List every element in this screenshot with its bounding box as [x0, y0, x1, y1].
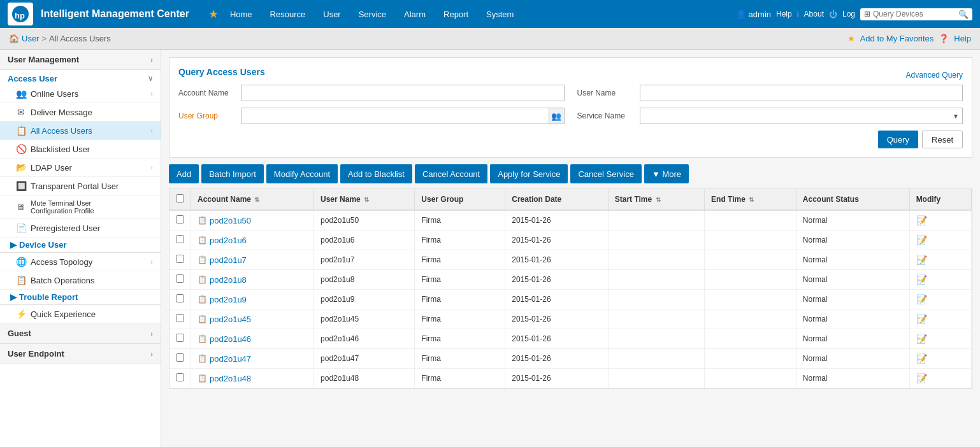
user-name-sort-icon[interactable]: ⇅: [364, 196, 369, 203]
add-button[interactable]: Add: [169, 164, 199, 183]
nav-home[interactable]: Home: [222, 4, 260, 24]
app-title: Intelligent Management Center: [41, 8, 189, 20]
sidebar-item-blacklisted-user[interactable]: 🚫 Blacklisted User: [0, 140, 161, 159]
modify-icon[interactable]: 📝: [916, 353, 927, 364]
modify-icon[interactable]: 📝: [916, 334, 927, 344]
sidebar-item-ldap-user[interactable]: 📂 LDAP User ›: [0, 159, 161, 177]
row-checkbox[interactable]: [176, 353, 184, 362]
user-name-input[interactable]: [640, 85, 963, 101]
nav-system[interactable]: System: [479, 4, 521, 24]
breadcrumb-user-link[interactable]: User: [22, 34, 39, 43]
modify-icon[interactable]: 📝: [916, 255, 927, 265]
sidebar-section-user-endpoint[interactable]: User Endpoint ›: [0, 344, 161, 364]
row-checkbox[interactable]: [176, 373, 184, 381]
end-time-cell: [705, 290, 796, 309]
sidebar-group-device-user[interactable]: ▶ Device User: [0, 238, 161, 253]
account-name-cell[interactable]: 📋 pod2o1u50: [198, 216, 307, 225]
service-name-select[interactable]: [640, 108, 963, 124]
cancel-account-button[interactable]: Cancel Account: [415, 164, 487, 183]
query-button[interactable]: Query: [878, 131, 918, 148]
row-checkbox[interactable]: [176, 274, 184, 283]
account-status-cell: Normal: [796, 369, 909, 388]
reset-button[interactable]: Reset: [922, 131, 963, 148]
sec-help-label[interactable]: Help: [954, 34, 971, 43]
account-name-cell[interactable]: 📋 pod2o1u47: [198, 354, 307, 364]
account-name-cell[interactable]: 📋 pod2o1u7: [198, 255, 307, 265]
select-all-checkbox[interactable]: [176, 194, 184, 202]
sidebar-section-guest[interactable]: Guest ›: [0, 323, 161, 344]
sidebar-group-access-user[interactable]: Access User ∨: [0, 70, 161, 85]
logout-link[interactable]: Log: [842, 10, 855, 18]
account-name-sort-icon[interactable]: ⇅: [254, 196, 259, 203]
nav-user[interactable]: User: [315, 4, 348, 24]
sidebar-item-mute-terminal-user[interactable]: 🖥 Mute Terminal UserConfiguration Profil…: [0, 195, 161, 219]
creation-date-cell: 2015-01-26: [505, 231, 609, 250]
account-status-cell: Normal: [796, 210, 909, 231]
modify-icon[interactable]: 📝: [916, 215, 927, 225]
sidebar-item-quick-experience[interactable]: ⚡ Quick Experience: [0, 305, 161, 323]
advanced-query-link[interactable]: Advanced Query: [906, 71, 963, 80]
modify-account-button[interactable]: Modify Account: [266, 164, 338, 183]
account-name-cell[interactable]: 📋 pod2o1u46: [198, 334, 307, 344]
search-input[interactable]: [873, 10, 956, 18]
creation-date-cell: 2015-01-26: [505, 210, 609, 231]
modify-icon[interactable]: 📝: [916, 294, 927, 304]
sidebar-group-trouble-report[interactable]: ▶ Trouble Report: [0, 290, 161, 305]
user-group-cell: Firma: [415, 349, 505, 369]
row-checkbox[interactable]: [176, 255, 184, 263]
search-magnifier-icon[interactable]: 🔍: [958, 10, 969, 19]
user-group-cell: Firma: [415, 290, 505, 309]
apply-for-service-button[interactable]: Apply for Service: [490, 164, 568, 183]
about-link[interactable]: About: [804, 10, 824, 18]
account-name-cell[interactable]: 📋 pod2o1u48: [198, 374, 307, 383]
sidebar-item-preregistered-user[interactable]: 📄 Preregistered User: [0, 219, 161, 238]
user-name-cell: pod2o1u46: [314, 329, 415, 349]
sidebar-item-batch-operations[interactable]: 📋 Batch Operations: [0, 271, 161, 290]
sidebar-item-transparent-portal-user[interactable]: 🔲 Transparent Portal User: [0, 177, 161, 195]
favorites-action[interactable]: ★ Add to My Favorites ❓ Help: [847, 34, 971, 43]
start-time-sort-icon[interactable]: ⇅: [656, 196, 661, 203]
nav-service[interactable]: Service: [351, 4, 394, 24]
ldap-arrow-icon: ›: [150, 164, 153, 171]
mute-terminal-icon: 🖥: [15, 202, 27, 212]
cancel-service-button[interactable]: Cancel Service: [570, 164, 641, 183]
user-name-cell: pod2o1u9: [314, 290, 415, 309]
more-button[interactable]: ▼ More: [644, 164, 689, 183]
nav-alarm[interactable]: Alarm: [396, 4, 433, 24]
favorites-star-icon[interactable]: ★: [208, 7, 219, 21]
row-checkbox[interactable]: [176, 334, 184, 342]
user-management-label: User Management: [8, 55, 79, 64]
account-name-cell[interactable]: 📋 pod2o1u8: [198, 275, 307, 285]
modify-icon[interactable]: 📝: [916, 235, 927, 245]
table-row: 📋 pod2o1u47 pod2o1u47 Firma 2015-01-26 N…: [169, 349, 972, 369]
user-endpoint-label: User Endpoint: [8, 349, 64, 358]
sidebar-item-deliver-message[interactable]: ✉ Deliver Message: [0, 103, 161, 122]
modify-icon[interactable]: 📝: [916, 314, 927, 324]
end-time-sort-icon[interactable]: ⇅: [749, 196, 754, 203]
batch-import-button[interactable]: Batch Import: [201, 164, 264, 183]
user-group-picker-button[interactable]: 👥: [549, 108, 564, 124]
account-name-cell[interactable]: 📋 pod2o1u6: [198, 236, 307, 245]
sidebar-item-access-topology[interactable]: 🌐 Access Topology ›: [0, 253, 161, 271]
user-group-input[interactable]: [241, 108, 549, 124]
start-time-cell: [608, 329, 704, 349]
add-favorites-label[interactable]: Add to My Favorites: [860, 34, 934, 43]
modify-icon[interactable]: 📝: [916, 274, 927, 285]
nav-resource[interactable]: Resource: [263, 4, 313, 24]
search-device-icon: ⊞: [864, 10, 870, 18]
account-name-cell[interactable]: 📋 pod2o1u9: [198, 295, 307, 304]
sidebar-item-all-access-users[interactable]: 📋 All Access Users ›: [0, 122, 161, 140]
sidebar-section-user-management[interactable]: User Management ›: [0, 50, 161, 70]
row-checkbox[interactable]: [176, 314, 184, 322]
row-checkbox[interactable]: [176, 215, 184, 223]
row-checkbox[interactable]: [176, 294, 184, 302]
account-name-input[interactable]: [241, 85, 565, 101]
nav-report[interactable]: Report: [436, 4, 476, 24]
table-row: 📋 pod2o1u9 pod2o1u9 Firma 2015-01-26 Nor…: [169, 290, 972, 309]
account-name-cell[interactable]: 📋 pod2o1u45: [198, 315, 307, 324]
sidebar-item-online-users[interactable]: 👥 Online Users ›: [0, 85, 161, 103]
help-link[interactable]: Help: [776, 10, 792, 18]
add-to-blacklist-button[interactable]: Add to Blacklist: [340, 164, 412, 183]
modify-icon[interactable]: 📝: [916, 373, 927, 383]
row-checkbox[interactable]: [176, 235, 184, 243]
